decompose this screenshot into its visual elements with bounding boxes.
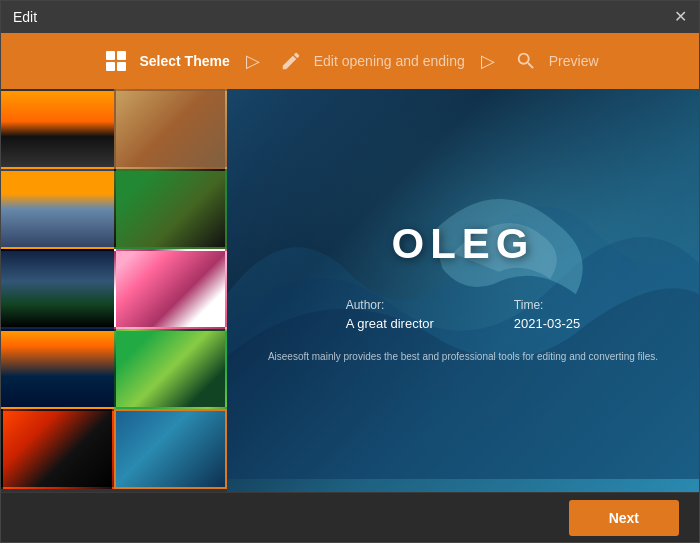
time-label: Time:	[514, 298, 581, 312]
step-arrow-1: ▷	[246, 50, 260, 72]
author-meta: Author: A great director	[346, 298, 434, 331]
author-label: Author:	[346, 298, 434, 312]
preview-content: OLEG Author: A great director Time: 2021…	[227, 200, 699, 382]
next-button[interactable]: Next	[569, 500, 679, 536]
preview-description: Aiseesoft mainly provides the best and p…	[267, 351, 659, 362]
svg-rect-0	[106, 51, 115, 60]
svg-rect-2	[106, 62, 115, 71]
search-icon	[511, 46, 541, 76]
window-title: Edit	[13, 9, 37, 25]
step-preview[interactable]: Preview	[511, 46, 599, 76]
list-item[interactable]	[114, 89, 227, 169]
close-button[interactable]: ✕	[674, 9, 687, 25]
list-item[interactable]	[1, 409, 114, 489]
preview-title: OLEG	[267, 220, 659, 268]
title-bar: Edit ✕	[1, 1, 699, 33]
step-bar: Select Theme ▷ Edit opening and ending ▷…	[1, 33, 699, 89]
time-value: 2021-03-25	[514, 316, 581, 331]
preview-meta: Author: A great director Time: 2021-03-2…	[267, 298, 659, 331]
main-content: OLEG Author: A great director Time: 2021…	[1, 89, 699, 492]
step-arrow-2: ▷	[481, 50, 495, 72]
list-item[interactable]	[114, 169, 227, 249]
preview-area: OLEG Author: A great director Time: 2021…	[227, 89, 699, 492]
list-item[interactable]	[114, 409, 227, 489]
svg-rect-1	[117, 51, 126, 60]
grid-icon	[101, 46, 131, 76]
svg-rect-3	[117, 62, 126, 71]
list-item[interactable]	[1, 249, 114, 329]
thumbnail-panel	[1, 89, 227, 492]
list-item[interactable]	[114, 329, 227, 409]
author-value: A great director	[346, 316, 434, 331]
list-item[interactable]	[114, 249, 227, 329]
edit-icon	[276, 46, 306, 76]
step-select-theme-label: Select Theme	[139, 53, 229, 69]
footer: Next	[1, 492, 699, 542]
time-meta: Time: 2021-03-25	[514, 298, 581, 331]
list-item[interactable]	[1, 329, 114, 409]
step-edit-label: Edit opening and ending	[314, 53, 465, 69]
list-item[interactable]	[1, 169, 114, 249]
step-edit-opening[interactable]: Edit opening and ending	[276, 46, 465, 76]
edit-window: Edit ✕ Select Theme ▷ Ed	[0, 0, 700, 543]
step-preview-label: Preview	[549, 53, 599, 69]
list-item[interactable]	[1, 89, 114, 169]
step-select-theme[interactable]: Select Theme	[101, 46, 229, 76]
